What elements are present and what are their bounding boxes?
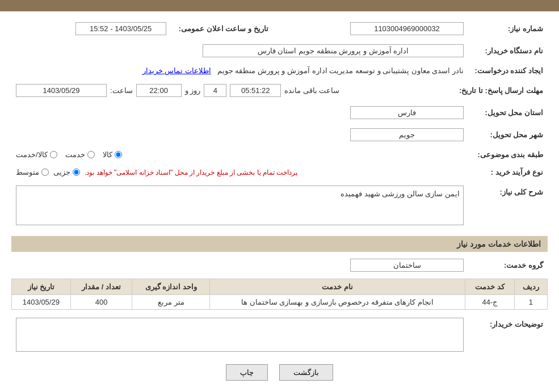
- info-table-noe: نوع فرآیند خرید : متوسط جزیی پرداخت تمام…: [11, 166, 548, 179]
- groheKhadamat-value: ساختمان: [11, 256, 468, 274]
- col-kod: کد خدمت: [465, 279, 515, 295]
- namDastgah-label: نام دستگاه خریدار:: [468, 42, 548, 60]
- chap-button[interactable]: چاپ: [226, 364, 268, 381]
- saat-label: ساعت:: [110, 86, 133, 95]
- ostanMahal-label: استان محل تحویل:: [468, 104, 548, 121]
- baghi-mande-label: ساعت باقی مانده: [284, 86, 339, 95]
- info-table-shahr: شهر محل تحویل: جویم: [11, 126, 548, 144]
- col-tedad: تعداد / مقدار: [70, 279, 132, 295]
- ostanMahal-value: فارس: [11, 104, 468, 121]
- ijadKonande-label: ایجاد کننده درخواست:: [468, 64, 548, 77]
- baghi-mande-box: 05:51:22: [230, 84, 281, 97]
- ijadKonande-text: نادر اسدی معاون پشتیبانی و توسعه مدیریت …: [217, 66, 464, 75]
- radio-jozyi-input[interactable]: [73, 168, 80, 176]
- radio-khadamat[interactable]: خدمت: [65, 150, 95, 159]
- info-table-tabaqe: طبقه بندی موضوعی: کالا/خدمت خدمت ک: [11, 148, 548, 161]
- info-table-idad: ایجاد کننده درخواست: نادر اسدی معاون پشت…: [11, 64, 548, 77]
- groheKhadamat-label: گروه خدمت:: [468, 256, 548, 274]
- col-tarikh: تاریخ نیاز: [12, 279, 71, 295]
- sharh-box: ایمن سازی سالن ورزشی شهید فهمیده: [16, 186, 464, 225]
- col-nam: نام خدمت: [210, 279, 465, 295]
- radio-khadamat-label: خدمت: [65, 150, 85, 159]
- tawzihKharidar-label: توضیحات خریدار:: [468, 315, 548, 356]
- col-vahed: واحد اندازه گیری: [132, 279, 210, 295]
- sharh-label: شرح کلی نیاز:: [468, 183, 548, 230]
- shahrMahal-value: جویم: [11, 126, 468, 144]
- cell-kodKhadamat: ج-44: [465, 295, 515, 310]
- radio-kalaKhadamat-input[interactable]: [50, 151, 57, 158]
- radio-mottavasset-label: متوسط: [16, 168, 39, 176]
- cell-vahed: متر مربع: [132, 295, 210, 310]
- shomareNiaz-value: 1103004969000032: [273, 20, 468, 37]
- grohe-box: ساختمان: [350, 259, 464, 272]
- saat-box: 22:00: [136, 84, 182, 97]
- info-table-ostan: استان محل تحویل: فارس: [11, 104, 548, 121]
- tarikh-box: 1403/05/29: [16, 84, 107, 97]
- tarikhoSaat-box: 1403/05/25 - 15:52: [75, 22, 166, 35]
- section-header-text: اطلاعات خدمات مورد نیاز: [457, 239, 541, 248]
- radio-jozyi[interactable]: جزیی: [53, 168, 80, 176]
- shomareNiaz-box: 1103004969000032: [350, 22, 464, 35]
- cell-tarikh: 1403/05/29: [12, 295, 71, 310]
- info-table-top: شماره نیاز: 1103004969000032 تاریخ و ساع…: [11, 20, 548, 37]
- page-title: [0, 0, 559, 11]
- namDastgah-box: اداره آموزش و پرورش منطقه جویم استان فار…: [203, 44, 464, 57]
- info-table-dastgah: نام دستگاه خریدار: اداره آموزش و پرورش م…: [11, 42, 548, 60]
- table-row: 1ج-44انجام کارهای متفرقه درخصوص بازسازی …: [12, 295, 548, 310]
- tarikhoSaat-value: 1403/05/25 - 15:52: [11, 20, 171, 37]
- tarikhoSaat-label: تاریخ و ساعت اعلان عمومی:: [171, 20, 273, 37]
- bazgasht-button[interactable]: بازگشت: [279, 364, 333, 381]
- info-table-sharh: شرح کلی نیاز: ایمن سازی سالن ورزشی شهید …: [11, 183, 548, 230]
- mohlatErsalPasokh-label: مهلت ارسال پاسخ: تا تاریخ:: [455, 82, 548, 99]
- radio-mottavasset-input[interactable]: [41, 168, 49, 176]
- rooz-label: روز و: [185, 86, 201, 95]
- button-row: بازگشت چاپ: [11, 364, 548, 389]
- shomareNiaz-label: شماره نیاز:: [468, 20, 548, 37]
- radio-khadamat-input[interactable]: [87, 151, 95, 158]
- ostan-box: فارس: [350, 106, 464, 119]
- col-radif: ردیف: [514, 279, 547, 295]
- service-table: ردیف کد خدمت نام خدمت واحد اندازه گیری ت…: [11, 279, 548, 310]
- content-area: شماره نیاز: 1103004969000032 تاریخ و ساع…: [0, 11, 559, 392]
- sharh-value: ایمن سازی سالن ورزشی شهید فهمیده: [11, 183, 468, 230]
- radio-kala-label: کالا: [103, 150, 112, 159]
- tawzih-textarea[interactable]: [16, 318, 464, 352]
- shahrMahal-label: شهر محل تحویل:: [468, 126, 548, 144]
- page-wrapper: شماره نیاز: 1103004969000032 تاریخ و ساع…: [0, 0, 559, 392]
- mohlat-values: 1403/05/29 ساعت: 22:00 روز و 4 05:51:22 …: [11, 82, 455, 99]
- radio-kala-input[interactable]: [115, 151, 122, 158]
- ijadKonande-value: نادر اسدی معاون پشتیبانی و توسعه مدیریت …: [11, 64, 468, 77]
- rooz-box: 4: [204, 84, 226, 97]
- radio-kalaKhadamat[interactable]: کالا/خدمت: [16, 150, 57, 159]
- noeFarayand-content: متوسط جزیی پرداخت تمام یا بخشی از مبلغ خ…: [11, 166, 468, 179]
- radio-jozyi-label: جزیی: [53, 168, 70, 176]
- cell-radif: 1: [514, 295, 547, 310]
- info-table-mohlat: مهلت ارسال پاسخ: تا تاریخ: 1403/05/29 سا…: [11, 82, 548, 99]
- info-table-grohe: گروه خدمت: ساختمان: [11, 256, 548, 274]
- radio-kala[interactable]: کالا: [103, 150, 122, 159]
- tabaqeBandi-radios: کالا/خدمت خدمت کالا: [11, 148, 468, 161]
- noeFarayand-label: نوع فرآیند خرید :: [468, 166, 548, 179]
- shahr-box: جویم: [350, 128, 464, 141]
- namDastgah-value: اداره آموزش و پرورش منطقه جویم استان فار…: [11, 42, 468, 60]
- info-table-tawzih: توضیحات خریدار:: [11, 315, 548, 356]
- sharh-text: ایمن سازی سالن ورزشی شهید فهمیده: [341, 189, 460, 198]
- noe-note: پرداخت تمام یا بخشی از مبلغ خریدار از مح…: [85, 168, 297, 176]
- ittilaat-link[interactable]: اطلاعات تماس خریدار: [142, 66, 211, 75]
- tawzihKharidar-value: [11, 315, 468, 356]
- cell-namKhadamat: انجام کارهای متفرقه درخصوص بازسازی و بهس…: [210, 295, 465, 310]
- radio-mottavasset[interactable]: متوسط: [16, 168, 49, 176]
- radio-kalaKhadamat-label: کالا/خدمت: [16, 150, 48, 159]
- section-header-khadamat: اطلاعات خدمات مورد نیاز: [11, 236, 548, 252]
- cell-tedad: 400: [70, 295, 132, 310]
- tabaqeBandi-label: طبقه بندی موضوعی:: [468, 148, 548, 161]
